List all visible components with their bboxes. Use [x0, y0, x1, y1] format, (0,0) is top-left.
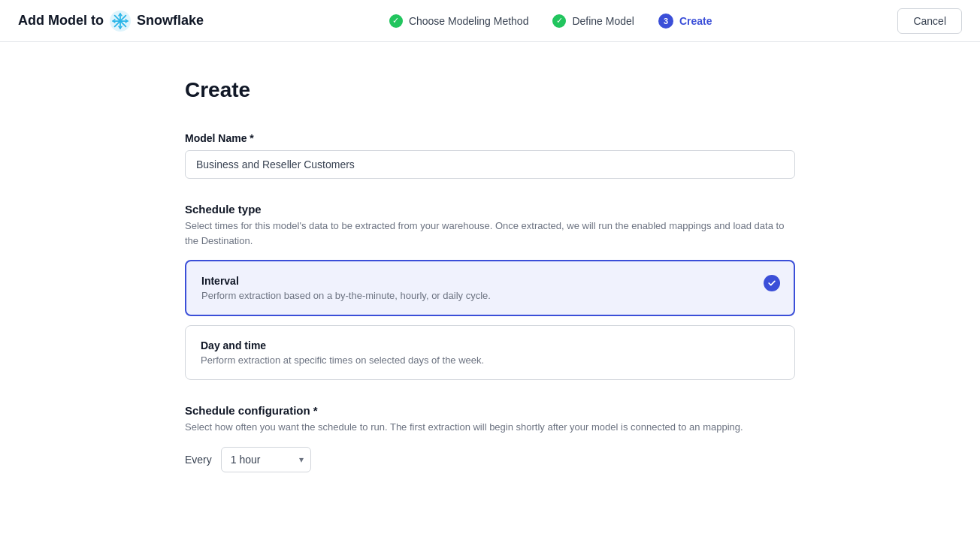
schedule-type-description: Select times for this model's data to be…	[185, 219, 795, 248]
stepper: ✓ Choose Modeling Method ✓ Define Model …	[389, 14, 712, 29]
step-create: 3 Create	[658, 14, 712, 29]
step-label-define-model: Define Model	[572, 15, 634, 27]
interval-select[interactable]: 1 hour 30 minutes 15 minutes 6 hours 12 …	[221, 447, 311, 472]
step-choose-modeling-method: ✓ Choose Modeling Method	[389, 14, 529, 28]
step-label-choose-modeling-method: Choose Modeling Method	[409, 15, 529, 27]
every-row: Every 1 hour 30 minutes 15 minutes 6 hou…	[185, 447, 795, 472]
step-check-icon: ✓	[389, 14, 403, 28]
header-title-brand: Snowflake	[137, 13, 204, 29]
header-left: Add Model to Snowflake	[18, 11, 204, 32]
day-and-time-card-desc: Perform extraction at specific times on …	[201, 354, 779, 366]
day-and-time-card-title: Day and time	[201, 339, 779, 351]
interval-card-desc: Perform extraction based on a by-the-min…	[201, 290, 779, 301]
schedule-config-description: Select how often you want the schedule t…	[185, 420, 795, 435]
day-and-time-card[interactable]: Day and time Perform extraction at speci…	[185, 325, 795, 380]
every-label: Every	[185, 454, 212, 466]
schedule-type-title: Schedule type	[185, 203, 795, 216]
step-label-create: Create	[679, 15, 712, 27]
schedule-config-section: Schedule configuration * Select how ofte…	[185, 404, 795, 472]
model-name-label: Model Name *	[185, 132, 795, 144]
header: Add Model to Snowflake ✓ Choose	[0, 0, 980, 42]
model-name-section: Model Name *	[185, 132, 795, 179]
page-title: Create	[185, 78, 795, 102]
step-number-create: 3	[658, 14, 673, 29]
schedule-type-section: Schedule type Select times for this mode…	[185, 203, 795, 380]
schedule-config-title: Schedule configuration *	[185, 404, 795, 417]
header-title-prefix: Add Model to	[18, 13, 104, 29]
interval-card[interactable]: Interval Perform extraction based on a b…	[185, 260, 795, 316]
interval-selected-icon	[764, 275, 780, 291]
interval-select-wrapper: 1 hour 30 minutes 15 minutes 6 hours 12 …	[221, 447, 311, 472]
step-define-model: ✓ Define Model	[552, 14, 634, 28]
main-content: Create Model Name * Schedule type Select…	[167, 42, 813, 508]
cancel-button[interactable]: Cancel	[897, 8, 962, 34]
model-name-input[interactable]	[185, 150, 795, 179]
snowflake-icon	[110, 11, 131, 32]
interval-card-title: Interval	[201, 275, 779, 287]
step-check-icon-2: ✓	[552, 14, 566, 28]
